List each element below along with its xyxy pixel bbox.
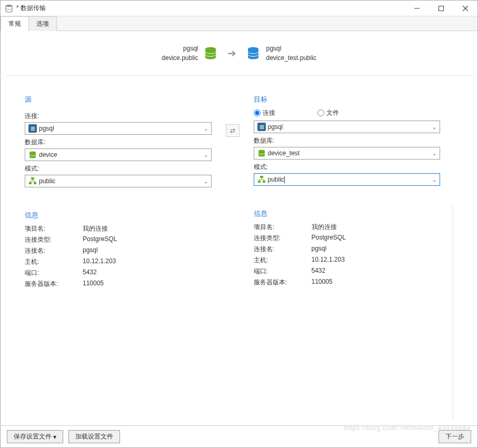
chevron-down-icon: ⌄ — [204, 126, 208, 132]
tab-general[interactable]: 常规 — [1, 16, 29, 31]
swap-button[interactable]: ⇄ — [226, 124, 240, 137]
info-value: 5432 — [83, 268, 212, 277]
source-schema-value: public — [39, 177, 55, 185]
info-value: pgsql — [312, 245, 441, 254]
radio-label: 连接 — [263, 108, 275, 117]
next-button[interactable]: 下一步 — [439, 430, 471, 443]
postgresql-icon: 𝌆 — [28, 124, 37, 133]
summary-dst-name: pgsql — [266, 44, 316, 53]
schema-icon — [257, 175, 266, 184]
source-schema-select[interactable]: public ⌄ — [25, 175, 212, 187]
save-profile-button[interactable]: 保存设置文件 ▾ — [7, 430, 63, 443]
info-label: 连接名: — [25, 246, 83, 255]
info-value: 5432 — [312, 267, 441, 276]
schema-icon — [28, 177, 37, 185]
vertical-divider — [453, 205, 453, 420]
target-database-label: 数据库: — [254, 136, 441, 145]
chevron-down-icon: ⌄ — [204, 178, 208, 184]
svg-rect-10 — [31, 177, 34, 180]
close-button[interactable] — [453, 1, 477, 16]
target-connection-select[interactable]: 𝌆 pgsql ⌄ — [254, 121, 441, 133]
info-value: 我的连接 — [83, 224, 212, 233]
target-info-title: 信息 — [254, 209, 441, 218]
chevron-down-icon: ⌄ — [432, 151, 436, 156]
minimize-button[interactable] — [405, 1, 429, 16]
info-label: 项目名: — [254, 223, 312, 232]
source-schema-label: 模式: — [25, 164, 212, 173]
chevron-down-icon: ▾ — [53, 433, 56, 441]
tab-options[interactable]: 选项 — [29, 16, 57, 31]
database-source-icon — [203, 46, 218, 61]
target-connection-value: pgsql — [268, 123, 283, 131]
tab-bar: 常规 选项 — [1, 16, 477, 31]
database-icon — [257, 149, 266, 157]
maximize-button[interactable] — [429, 1, 453, 16]
database-target-icon — [246, 46, 261, 61]
info-label: 主机: — [25, 257, 83, 266]
source-title: 源 — [25, 95, 212, 104]
svg-rect-18 — [263, 181, 265, 183]
target-radio-file[interactable]: 文件 — [317, 108, 339, 117]
svg-text:𝌆: 𝌆 — [31, 126, 35, 132]
source-database-label: 数据库: — [25, 138, 212, 147]
window-title-text: * 数据传输 — [16, 4, 46, 13]
target-title: 目标 — [254, 95, 441, 104]
summary-src-name: pgsql — [162, 44, 198, 53]
info-value: pgsql — [83, 246, 212, 255]
footer: 保存设置文件 ▾ 加载设置文件 下一步 — [1, 425, 477, 447]
target-panel: 目标 连接 文件 𝌆 pgsql ⌄ 数据库: device_test ⌄ 模式… — [254, 95, 441, 420]
info-label: 连接名: — [254, 245, 312, 254]
radio-label: 文件 — [326, 108, 339, 117]
target-schema-value: public — [268, 176, 284, 183]
svg-rect-16 — [260, 176, 263, 178]
button-label: 保存设置文件 — [14, 432, 52, 441]
database-icon — [28, 151, 37, 159]
transfer-summary: pgsql device.public ➔ pgsql device_test.… — [6, 31, 472, 76]
database-icon — [5, 4, 13, 13]
chevron-down-icon: ⌄ — [204, 152, 208, 158]
titlebar: * 数据传输 — [1, 1, 477, 16]
info-label: 连接类型: — [25, 235, 83, 244]
chevron-down-icon: ⌄ — [432, 177, 436, 183]
info-value: 110005 — [312, 278, 441, 287]
svg-point-0 — [6, 5, 12, 7]
target-radio-connection[interactable]: 连接 — [254, 108, 275, 117]
info-label: 连接类型: — [254, 234, 312, 243]
info-value: 110005 — [83, 280, 212, 288]
source-connection-select[interactable]: 𝌆 pgsql ⌄ — [25, 122, 212, 135]
window-title: * 数据传输 — [1, 4, 405, 13]
info-label: 项目名: — [25, 224, 83, 233]
source-database-select[interactable]: device ⌄ — [25, 148, 212, 161]
load-profile-button[interactable]: 加载设置文件 — [68, 430, 120, 443]
svg-rect-11 — [29, 182, 32, 184]
swap-column: ⇄ — [224, 95, 241, 420]
summary-dst-path: device_test.public — [266, 53, 316, 63]
info-label: 端口: — [254, 267, 312, 276]
target-schema-select[interactable]: public ⌄ — [254, 173, 441, 186]
info-value: 10.12.1.203 — [83, 257, 212, 266]
info-value: PostgreSQL — [83, 235, 212, 244]
svg-rect-17 — [258, 181, 261, 183]
info-value: PostgreSQL — [312, 234, 441, 243]
svg-text:𝌆: 𝌆 — [259, 124, 264, 130]
target-database-value: device_test — [268, 150, 300, 157]
info-value: 10.12.1.203 — [312, 256, 441, 265]
window-controls — [405, 1, 477, 16]
source-info-title: 信息 — [25, 211, 212, 220]
source-connection-value: pgsql — [39, 125, 54, 132]
info-label: 服务器版本: — [254, 278, 312, 287]
target-database-select[interactable]: device_test ⌄ — [254, 147, 441, 160]
target-info: 信息 项目名:我的连接 连接类型:PostgreSQL 连接名:pgsql 主机… — [254, 209, 441, 287]
summary-src-path: device.public — [162, 53, 198, 63]
svg-rect-12 — [34, 182, 36, 184]
info-label: 服务器版本: — [25, 280, 83, 288]
info-label: 主机: — [254, 256, 312, 265]
source-info: 信息 项目名:我的连接 连接类型:PostgreSQL 连接名:pgsql 主机… — [25, 211, 212, 288]
svg-rect-2 — [439, 6, 444, 11]
arrow-right-icon: ➔ — [227, 47, 236, 59]
source-panel: 源 连接: 𝌆 pgsql ⌄ 数据库: device ⌄ 模式: public… — [25, 95, 212, 420]
info-label: 端口: — [25, 268, 83, 277]
info-value: 我的连接 — [312, 223, 441, 232]
target-schema-label: 模式: — [254, 163, 441, 172]
source-connection-label: 连接: — [25, 112, 212, 121]
